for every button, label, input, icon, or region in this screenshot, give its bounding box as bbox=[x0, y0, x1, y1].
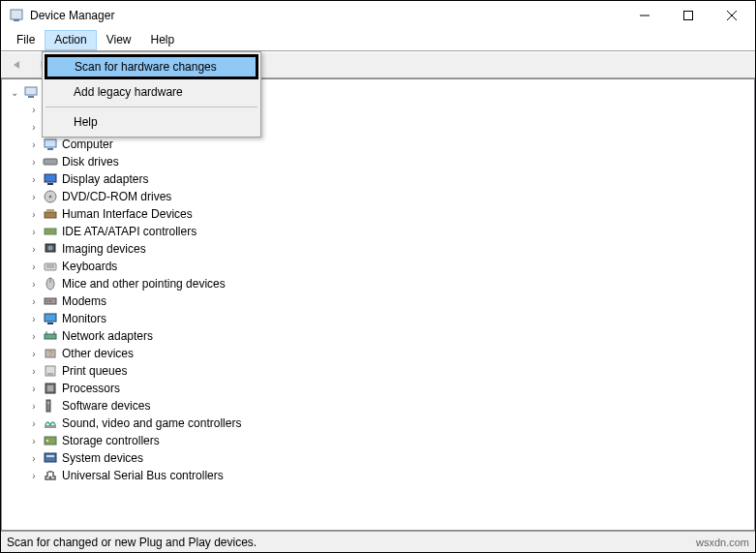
tree-item[interactable]: ›Network adapters bbox=[27, 327, 754, 345]
expand-icon[interactable]: › bbox=[27, 366, 41, 377]
svg-rect-45 bbox=[45, 453, 56, 462]
menu-help-item[interactable]: Help bbox=[45, 109, 258, 135]
svg-rect-12 bbox=[45, 174, 56, 182]
svg-rect-17 bbox=[46, 209, 54, 212]
tree-item[interactable]: ›?Other devices bbox=[27, 345, 754, 362]
svg-text:?: ? bbox=[47, 349, 52, 358]
expand-icon[interactable]: › bbox=[27, 436, 41, 446]
tree-item-label: System devices bbox=[62, 451, 143, 465]
window-title: Device Manager bbox=[30, 9, 622, 22]
tree-item-label: Display adapters bbox=[62, 172, 148, 186]
device-category-icon bbox=[43, 171, 58, 187]
tree-item[interactable]: ›Print queues bbox=[27, 362, 754, 380]
tree-item[interactable]: ›IDE ATA/ATAPI controllers bbox=[27, 223, 754, 240]
tree-item-label: Print queues bbox=[62, 364, 127, 378]
expand-icon[interactable]: › bbox=[27, 105, 41, 115]
device-category-icon bbox=[43, 450, 58, 466]
tree-item[interactable]: ›Software devices bbox=[27, 397, 754, 415]
maximize-button[interactable] bbox=[666, 2, 710, 29]
tree-item[interactable]: ›Mice and other pointing devices bbox=[27, 275, 754, 292]
expand-icon[interactable]: › bbox=[27, 192, 41, 202]
device-category-icon bbox=[43, 224, 58, 239]
back-button[interactable] bbox=[7, 54, 28, 76]
tree-item[interactable]: ›Universal Serial Bus controllers bbox=[27, 467, 754, 484]
expand-icon[interactable]: › bbox=[27, 209, 41, 220]
expand-icon[interactable]: › bbox=[27, 279, 41, 290]
expand-icon[interactable]: ⌄ bbox=[8, 87, 21, 98]
expand-icon[interactable]: › bbox=[27, 174, 41, 185]
tree-item-label: Computer bbox=[62, 138, 113, 151]
tree-item[interactable]: ›Monitors bbox=[27, 310, 754, 327]
svg-rect-6 bbox=[25, 87, 37, 95]
device-category-icon bbox=[43, 137, 58, 152]
tree-item[interactable]: ›Modems bbox=[27, 292, 754, 310]
device-tree[interactable]: ⌄ ›Batteries›Bluetooth›Computer›Disk dri… bbox=[2, 79, 754, 484]
device-category-icon bbox=[43, 276, 58, 292]
tree-item[interactable]: ›Imaging devices bbox=[27, 240, 754, 258]
tree-item-label: Network adapters bbox=[62, 329, 153, 343]
expand-icon[interactable]: › bbox=[27, 261, 41, 272]
expand-icon[interactable]: › bbox=[27, 401, 41, 412]
tree-item-label: Human Interface Devices bbox=[62, 207, 193, 221]
tree-item[interactable]: ›System devices bbox=[27, 449, 754, 467]
expand-icon[interactable]: › bbox=[27, 453, 41, 464]
svg-rect-9 bbox=[45, 139, 56, 147]
expand-icon[interactable]: › bbox=[27, 244, 41, 255]
close-button[interactable] bbox=[710, 2, 753, 29]
expand-icon[interactable]: › bbox=[27, 139, 41, 150]
svg-rect-29 bbox=[45, 314, 56, 322]
tree-item[interactable]: ›Keyboards bbox=[27, 258, 754, 275]
svg-point-27 bbox=[46, 300, 48, 302]
tree-item[interactable]: ›Computer bbox=[27, 136, 754, 153]
expand-icon[interactable]: › bbox=[27, 227, 41, 237]
menu-view[interactable]: View bbox=[97, 30, 141, 50]
expand-icon[interactable]: › bbox=[27, 418, 41, 429]
device-category-icon bbox=[43, 363, 58, 379]
tree-item[interactable]: ›Human Interface Devices bbox=[27, 205, 754, 223]
svg-point-15 bbox=[49, 196, 52, 199]
svg-point-41 bbox=[47, 402, 49, 404]
action-menu-dropdown: Scan for hardware changes Add legacy har… bbox=[42, 51, 261, 138]
menu-scan-hardware[interactable]: Scan for hardware changes bbox=[45, 54, 258, 79]
expand-icon[interactable]: › bbox=[27, 296, 41, 307]
tree-item[interactable]: ›Sound, video and game controllers bbox=[27, 415, 754, 432]
titlebar: Device Manager bbox=[1, 1, 755, 30]
minimize-button[interactable] bbox=[622, 2, 666, 29]
svg-rect-0 bbox=[11, 10, 22, 19]
tree-item[interactable]: ›Processors bbox=[27, 380, 754, 397]
device-category-icon bbox=[43, 398, 58, 414]
device-category-icon bbox=[43, 259, 58, 274]
menu-separator bbox=[45, 107, 257, 108]
device-category-icon bbox=[43, 311, 58, 326]
expand-icon[interactable]: › bbox=[27, 122, 41, 133]
svg-rect-7 bbox=[28, 96, 34, 98]
tree-item-label: Imaging devices bbox=[62, 242, 146, 256]
expand-icon[interactable]: › bbox=[27, 471, 41, 481]
expand-icon[interactable]: › bbox=[27, 314, 41, 324]
expand-icon[interactable]: › bbox=[27, 331, 41, 342]
tree-item[interactable]: ›Display adapters bbox=[27, 170, 754, 188]
menu-help[interactable]: Help bbox=[141, 30, 185, 50]
statusbar: Scan for changed or new Plug and Play de… bbox=[1, 531, 755, 552]
status-text: Scan for changed or new Plug and Play de… bbox=[7, 536, 257, 549]
svg-rect-18 bbox=[45, 229, 56, 234]
svg-point-20 bbox=[48, 246, 53, 251]
window-buttons bbox=[622, 2, 753, 29]
tree-item[interactable]: ›DVD/CD-ROM drives bbox=[27, 188, 754, 205]
svg-rect-13 bbox=[47, 183, 53, 185]
menu-file[interactable]: File bbox=[7, 30, 45, 50]
menu-add-legacy[interactable]: Add legacy hardware bbox=[45, 79, 258, 105]
expand-icon[interactable]: › bbox=[27, 349, 41, 359]
expand-icon[interactable]: › bbox=[27, 157, 41, 168]
tree-item-label: Modems bbox=[62, 294, 106, 308]
menu-action[interactable]: Action bbox=[45, 30, 96, 50]
tree-item-label: Universal Serial Bus controllers bbox=[62, 469, 224, 482]
device-category-icon bbox=[43, 468, 58, 483]
expand-icon[interactable]: › bbox=[27, 384, 41, 394]
tree-item[interactable]: ›Storage controllers bbox=[27, 432, 754, 449]
device-category-icon bbox=[43, 241, 58, 257]
svg-rect-31 bbox=[45, 334, 56, 339]
device-category-icon bbox=[43, 154, 58, 169]
tree-item[interactable]: ›Disk drives bbox=[27, 153, 754, 170]
svg-rect-1 bbox=[14, 19, 19, 21]
